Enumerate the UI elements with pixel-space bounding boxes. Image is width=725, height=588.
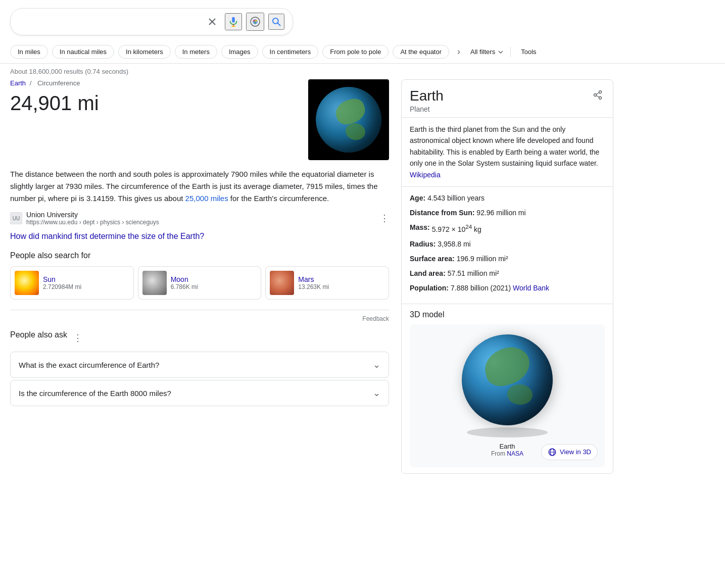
search-card-mars-name: Mars: [298, 275, 329, 283]
close-icon: [208, 17, 217, 26]
fact-population: Population: 7.888 billion (2021) World B…: [410, 283, 605, 293]
divider: [510, 47, 511, 57]
svg-point-11: [599, 91, 602, 93]
svg-rect-2: [232, 17, 235, 23]
source-more-button[interactable]: ⋮: [380, 213, 389, 224]
chip-at-the-equator[interactable]: At the equator: [393, 45, 449, 59]
featured-snippet: Earth / Circumference 24,901 mi: [10, 79, 389, 160]
svg-point-7: [255, 20, 257, 22]
svg-line-10: [278, 23, 280, 26]
earth-3d-sphere: [462, 334, 553, 425]
filter-chips-bar: In miles In nautical miles In kilometers…: [0, 40, 725, 64]
all-filters-label: All filters: [470, 48, 495, 56]
earth-sphere-small: [316, 87, 381, 153]
sun-image: [15, 271, 39, 295]
chip-in-meters[interactable]: In meters: [175, 45, 217, 59]
search-input[interactable]: what is the circumference of the earth: [19, 17, 200, 26]
search-bar[interactable]: what is the circumference of the earth: [10, 8, 293, 35]
moon-image: [142, 271, 167, 295]
svg-point-12: [594, 94, 597, 96]
paa-question-0[interactable]: What is the exact circumference of Earth…: [11, 352, 389, 377]
related-link[interactable]: How did mankind first determine the size…: [10, 232, 389, 241]
3d-icon: [548, 448, 557, 457]
3d-model-title: 3D model: [410, 310, 605, 319]
wikipedia-link[interactable]: Wikipedia: [410, 171, 441, 179]
fact-land-area: Land area: 57.51 million mi²: [410, 268, 605, 279]
search-card-moon-sub: 6.786K mi: [171, 283, 198, 290]
chevron-down-icon: [497, 48, 504, 56]
source-row: UU Union University https://www.uu.edu ›…: [10, 211, 389, 226]
source-favicon: UU: [10, 212, 22, 224]
also-search-grid: Sun 2.720984M mi Moon 6.786K mi Mars 13.…: [10, 266, 389, 300]
paa-chevron-1: ⌄: [373, 387, 380, 399]
view-in-3d-button[interactable]: View in 3D: [541, 444, 598, 460]
svg-point-13: [599, 96, 602, 99]
earth-3d-container: Earth From NASA View in 3D: [410, 324, 605, 467]
fact-age: Age: 4.543 billion years: [410, 193, 605, 204]
source-url: https://www.uu.edu › dept › physics › sc…: [26, 219, 376, 226]
fact-surface-area: Surface area: 196.9 million mi²: [410, 254, 605, 264]
paa-chevron-0: ⌄: [373, 359, 380, 370]
nasa-link[interactable]: NASA: [507, 450, 523, 457]
lens-icon: [249, 16, 261, 28]
search-button[interactable]: [268, 14, 284, 30]
people-also-search-title: People also search for: [10, 251, 389, 260]
feedback-link[interactable]: Feedback: [10, 310, 389, 322]
left-column: Earth / Circumference 24,901 mi The dist…: [10, 79, 389, 474]
svg-line-14: [596, 95, 599, 97]
chip-in-miles[interactable]: In miles: [10, 45, 48, 59]
search-card-moon-name: Moon: [171, 275, 198, 283]
panel-3d: 3D model Earth From NASA: [402, 304, 613, 473]
highlighted-miles-link[interactable]: 25,000 miles: [185, 194, 228, 203]
description-text: The distance between the north and south…: [10, 168, 389, 205]
fact-mass: Mass: 5.972 × 1024 kg: [410, 222, 605, 235]
search-icon: [271, 17, 281, 27]
source-info: Union University https://www.uu.edu › de…: [26, 211, 376, 226]
lens-button[interactable]: [246, 13, 264, 31]
mars-image: [270, 271, 294, 295]
paa-question-1[interactable]: Is the circumference of the Earth 8000 m…: [11, 380, 389, 406]
fact-distance: Distance from Sun: 92.96 million mi: [410, 208, 605, 218]
earth-3d-source: From NASA: [491, 450, 523, 457]
search-card-sun[interactable]: Sun 2.720984M mi: [10, 266, 134, 300]
share-icon: [593, 90, 603, 100]
chip-in-centimeters[interactable]: In centimeters: [262, 45, 319, 59]
breadcrumb: Earth / Circumference: [10, 79, 300, 87]
paa-more-button[interactable]: ⋮: [73, 332, 82, 344]
voice-search-button[interactable]: [225, 13, 242, 30]
panel-facts: Age: 4.543 billion years Distance from S…: [402, 186, 613, 304]
source-name: Union University: [26, 211, 376, 219]
clear-button[interactable]: [204, 15, 221, 28]
svg-point-6: [253, 20, 255, 22]
search-card-mars-sub: 13.263K mi: [298, 283, 329, 290]
knowledge-panel: Earth Planet Earth is the third planet f…: [401, 79, 613, 474]
earth-3d-label: Earth: [499, 443, 515, 450]
mic-icon: [228, 16, 239, 27]
share-button[interactable]: [591, 88, 605, 105]
chip-in-nautical-miles[interactable]: In nautical miles: [52, 45, 114, 59]
earth-3d-shadow: [467, 427, 548, 437]
world-bank-link[interactable]: World Bank: [513, 284, 549, 292]
panel-description: Earth is the third planet from the Sun a…: [402, 117, 613, 186]
chip-images[interactable]: Images: [221, 45, 258, 59]
svg-line-15: [596, 92, 599, 94]
view-in-3d-label: View in 3D: [560, 448, 591, 456]
circumference-value: 24,901 mi: [10, 91, 300, 115]
chip-from-pole-to-pole[interactable]: From pole to pole: [322, 45, 389, 59]
all-filters-button[interactable]: All filters: [470, 48, 504, 56]
earth-image: [308, 79, 389, 160]
right-column: Earth Planet Earth is the third planet f…: [401, 79, 715, 474]
more-chips-button[interactable]: ›: [453, 44, 464, 59]
search-card-mars[interactable]: Mars 13.263K mi: [265, 266, 389, 300]
panel-header: Earth Planet: [402, 80, 613, 117]
search-card-sun-sub: 2.720984M mi: [43, 283, 81, 290]
panel-subtitle: Planet: [410, 105, 444, 113]
tools-button[interactable]: Tools: [521, 48, 536, 56]
chip-in-kilometers[interactable]: In kilometers: [118, 45, 171, 59]
paa-title: People also ask: [10, 330, 67, 339]
panel-title: Earth: [410, 88, 444, 104]
search-card-sun-name: Sun: [43, 275, 81, 283]
breadcrumb-parent[interactable]: Earth: [10, 79, 26, 87]
svg-point-8: [254, 22, 256, 24]
search-card-moon[interactable]: Moon 6.786K mi: [138, 266, 262, 300]
